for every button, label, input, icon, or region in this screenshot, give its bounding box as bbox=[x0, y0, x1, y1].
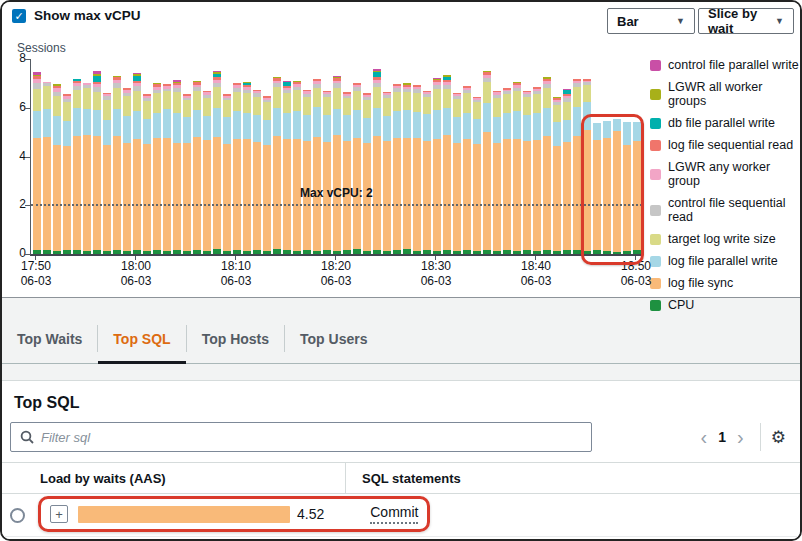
chart-bar[interactable] bbox=[373, 69, 381, 254]
chart-bar[interactable] bbox=[73, 79, 81, 254]
chart-bar[interactable] bbox=[393, 84, 401, 254]
tab-top-waits[interactable]: Top Waits bbox=[2, 314, 97, 363]
bar-segment bbox=[343, 115, 351, 141]
chart-bar[interactable] bbox=[243, 82, 251, 254]
chart-bar[interactable] bbox=[563, 89, 571, 254]
bar-segment bbox=[373, 87, 381, 108]
chart-bar[interactable] bbox=[403, 83, 411, 254]
bar-segment bbox=[183, 117, 191, 143]
bar-segment bbox=[533, 94, 541, 114]
bar-segment bbox=[363, 118, 371, 142]
bar-segment bbox=[43, 86, 51, 109]
chart-bar[interactable] bbox=[303, 90, 311, 254]
chart-bar[interactable] bbox=[523, 91, 531, 254]
tab-top-hosts[interactable]: Top Hosts bbox=[187, 314, 284, 363]
chart-bar[interactable] bbox=[213, 71, 221, 254]
chart-bar[interactable] bbox=[253, 90, 261, 255]
bar-segment bbox=[383, 98, 391, 116]
chart-bar[interactable] bbox=[43, 82, 51, 254]
chart-bar[interactable] bbox=[603, 121, 611, 254]
chart-bar[interactable] bbox=[363, 93, 371, 254]
chart-bar[interactable] bbox=[33, 72, 41, 254]
chart-bar[interactable] bbox=[273, 77, 281, 254]
chart-bar[interactable] bbox=[513, 82, 521, 254]
chart-bar[interactable] bbox=[93, 71, 101, 254]
next-page-button[interactable]: › bbox=[731, 427, 750, 447]
chart-bar[interactable] bbox=[263, 96, 271, 254]
chart-bar[interactable] bbox=[383, 92, 391, 255]
chart-bar[interactable] bbox=[453, 93, 461, 254]
chart-bar[interactable] bbox=[623, 122, 631, 254]
tab-top-users[interactable]: Top Users bbox=[285, 314, 382, 363]
chart-bar[interactable] bbox=[123, 88, 131, 254]
chart-bar[interactable] bbox=[583, 79, 591, 254]
chart-bar[interactable] bbox=[293, 81, 301, 254]
bar-segment bbox=[503, 94, 511, 112]
table-row-partial[interactable] bbox=[2, 537, 800, 541]
prev-page-button[interactable]: ‹ bbox=[695, 427, 714, 447]
bar-segment bbox=[203, 140, 211, 251]
legend-label: log file sync bbox=[668, 276, 733, 290]
slice-by-dropdown[interactable]: Slice by wait ▼ bbox=[698, 8, 794, 34]
chart-bar[interactable] bbox=[63, 94, 71, 254]
bar-segment bbox=[533, 251, 541, 254]
bar-segment bbox=[323, 115, 331, 142]
legend-swatch-icon bbox=[650, 169, 661, 180]
chart-bar[interactable] bbox=[53, 84, 61, 254]
bar-segment bbox=[33, 250, 41, 254]
page-number[interactable]: 1 bbox=[713, 429, 731, 445]
sql-statement-link[interactable]: Commit bbox=[370, 504, 418, 524]
chart-bar[interactable] bbox=[153, 83, 161, 254]
settings-gear-button[interactable]: ⚙ bbox=[771, 429, 786, 446]
table-row[interactable]: + 4.52 Commit bbox=[2, 494, 800, 537]
chart-bar[interactable] bbox=[183, 94, 191, 254]
chart-bar[interactable] bbox=[443, 75, 451, 254]
chart-bar[interactable] bbox=[223, 94, 231, 254]
bar-segment bbox=[143, 101, 151, 119]
bar-segment bbox=[573, 136, 581, 251]
show-max-vcpu-checkbox[interactable]: ✓ Show max vCPU bbox=[12, 8, 141, 23]
chart-bar[interactable] bbox=[103, 93, 111, 254]
chart-bar[interactable] bbox=[483, 71, 491, 254]
bar-segment bbox=[463, 113, 471, 140]
chart-bar[interactable] bbox=[233, 83, 241, 254]
chart-bar[interactable] bbox=[313, 79, 321, 254]
chart-bar[interactable] bbox=[163, 84, 171, 254]
chart-bar[interactable] bbox=[463, 86, 471, 254]
chart-bar[interactable] bbox=[543, 77, 551, 254]
bar-segment bbox=[493, 251, 501, 254]
chart-bar[interactable] bbox=[113, 76, 121, 254]
chart-bar[interactable] bbox=[573, 79, 581, 254]
chart-bar[interactable] bbox=[593, 123, 601, 254]
chart-bar[interactable] bbox=[343, 92, 351, 254]
chart-bar[interactable] bbox=[413, 85, 421, 254]
bar-segment bbox=[223, 100, 231, 117]
tab-top-sql[interactable]: Top SQL bbox=[98, 314, 185, 363]
chart-bar[interactable] bbox=[473, 97, 481, 254]
chart-bar[interactable] bbox=[553, 97, 561, 254]
chart-bar[interactable] bbox=[143, 94, 151, 254]
chart-bar[interactable] bbox=[133, 73, 141, 254]
chart-bar[interactable] bbox=[173, 80, 181, 254]
chart-bar[interactable] bbox=[533, 87, 541, 254]
chart-bar[interactable] bbox=[323, 91, 331, 254]
chart-bar[interactable] bbox=[493, 91, 501, 254]
chart-bar[interactable] bbox=[433, 78, 441, 254]
row-radio-button[interactable] bbox=[10, 508, 25, 523]
chart-bar[interactable] bbox=[193, 81, 201, 254]
chart-bar[interactable] bbox=[423, 91, 431, 254]
chart-bar[interactable] bbox=[503, 88, 511, 254]
chart-bar[interactable] bbox=[333, 76, 341, 254]
bar-segment bbox=[623, 145, 631, 251]
expand-row-button[interactable]: + bbox=[50, 505, 68, 523]
chart-bar[interactable] bbox=[353, 83, 361, 254]
bar-segment bbox=[83, 109, 91, 136]
filter-sql-input[interactable] bbox=[10, 422, 592, 452]
chart-bar[interactable] bbox=[83, 83, 91, 254]
filter-sql-text-field[interactable] bbox=[34, 430, 591, 445]
chart-bar[interactable] bbox=[613, 119, 621, 254]
chart-bar[interactable] bbox=[203, 91, 211, 254]
chart-bar[interactable] bbox=[633, 122, 641, 254]
chart-type-dropdown[interactable]: Bar ▼ bbox=[607, 8, 695, 34]
chart-bar[interactable] bbox=[283, 81, 291, 254]
